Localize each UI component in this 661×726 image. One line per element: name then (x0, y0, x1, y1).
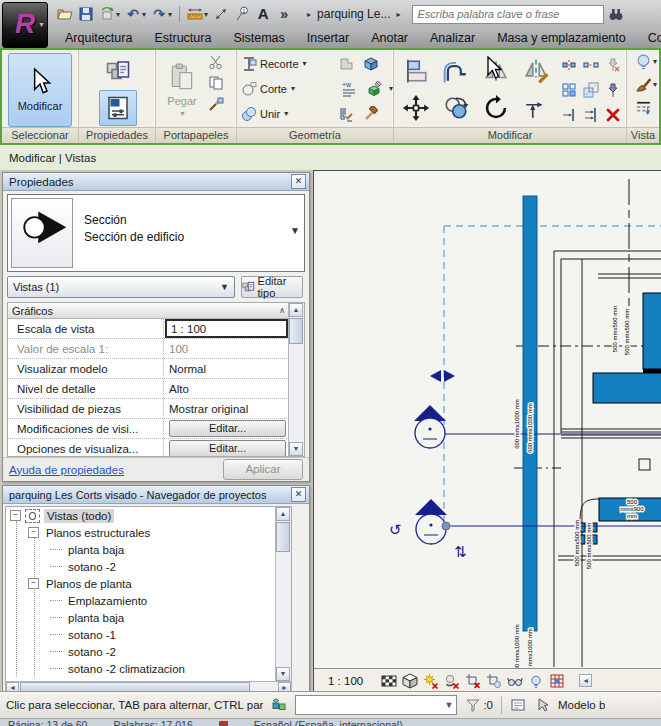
qat-scroll-left-icon[interactable]: ▸ (307, 10, 311, 19)
cope-button[interactable]: Recorte▾ (241, 56, 307, 72)
panel-label-propiedades[interactable]: Propiedades (79, 127, 155, 143)
press-drag-icon[interactable] (534, 697, 550, 713)
cut-icon[interactable] (208, 54, 224, 70)
tree-expander-icon[interactable]: − (28, 578, 39, 589)
duct-elements[interactable] (523, 196, 661, 631)
copy-icon[interactable] (208, 75, 224, 91)
apply-button[interactable]: Aplicar (223, 459, 303, 480)
property-row[interactable]: Valor de escala 1:100 (8, 339, 289, 359)
cycle-section-control-icon[interactable]: ⇅ (454, 543, 467, 560)
flip-section-control[interactable] (430, 370, 441, 382)
property-row[interactable]: Modificaciones de visi...Editar... (8, 419, 289, 439)
section-head[interactable] (414, 405, 446, 448)
tree-item[interactable]: sotano -1 (6, 626, 291, 643)
scroll-up-icon[interactable]: ▲ (276, 507, 290, 521)
ribbon-tab-2[interactable]: Sistemas (222, 29, 295, 47)
panel-label-geometria[interactable]: Geometría (237, 127, 393, 143)
more-button[interactable]: » (275, 5, 293, 23)
tree-item[interactable]: sotano -2 climatizacion (6, 660, 291, 677)
type-selector[interactable]: Sección Sección de edificio ▼ (7, 194, 305, 272)
cropx-button[interactable] (464, 672, 482, 690)
brush-button[interactable]: ▾ (635, 76, 657, 93)
tree-expander-icon[interactable]: − (10, 510, 21, 521)
caret-down-icon[interactable]: ▾ (116, 10, 120, 19)
property-row[interactable]: Visibilidad de piezasMostrar original (8, 399, 289, 419)
property-value[interactable]: 1 : 100 (164, 319, 289, 338)
caret-down-icon[interactable]: ▾ (291, 84, 295, 93)
caret-down-icon[interactable]: ▾ (142, 10, 146, 19)
ribbon-tab-1[interactable]: Estructura (143, 29, 222, 47)
property-row[interactable]: Visualizar modeloNormal (8, 359, 289, 379)
tree-item-label[interactable]: sotano -2 (65, 645, 119, 659)
graphics-section-header[interactable]: Gráficos ∧ (8, 303, 289, 319)
scroll-left-icon[interactable]: ◄ (579, 674, 592, 687)
type-selector-caret-icon[interactable]: ▼ (290, 225, 300, 236)
caret-down-icon[interactable]: ▾ (204, 10, 208, 19)
hiddenlines-button[interactable] (635, 99, 657, 116)
array-button[interactable] (558, 77, 580, 102)
view-scale-control[interactable]: 1 : 100 (328, 675, 363, 687)
shadowx-button[interactable] (443, 672, 461, 690)
type-properties-button[interactable] (99, 54, 137, 88)
canvas-hscrollbar[interactable]: ◄ (579, 674, 592, 687)
browser-scrollbar[interactable]: ▲ ▼ (275, 507, 291, 681)
sunx-button[interactable] (422, 672, 440, 690)
text-button[interactable]: A (254, 5, 272, 23)
mallet-button[interactable] (360, 103, 382, 125)
tree-item[interactable]: planta baja (6, 609, 291, 626)
tree-item[interactable]: −Vistas (todo) (6, 507, 291, 524)
worksets-icon[interactable] (271, 697, 287, 713)
property-row[interactable]: Escala de vista1 : 100 (8, 319, 289, 339)
glasses-button[interactable] (506, 672, 524, 690)
tree-item[interactable]: sotano -2 (6, 558, 291, 575)
ribbon-tab-5[interactable]: Analizar (419, 29, 486, 47)
filter-icon[interactable] (465, 697, 481, 713)
scroll-down-icon[interactable]: ▼ (289, 442, 303, 456)
tag-button[interactable]: 1 (233, 5, 251, 23)
application-menu-button[interactable]: R ▼ (2, 2, 48, 48)
tree-item-label[interactable]: Vistas (todo) (44, 509, 114, 523)
pin-button[interactable] (602, 77, 624, 102)
trimmulti-button[interactable] (580, 102, 602, 127)
rotate-button[interactable] (476, 89, 516, 126)
tree-item-label[interactable]: sotano -2 (65, 560, 119, 574)
split-button[interactable] (558, 52, 580, 77)
workset-combo[interactable]: ▼ (295, 695, 457, 715)
unpin-button[interactable] (602, 52, 624, 77)
move-button[interactable] (396, 89, 436, 126)
edit-type-button[interactable]: Editar tipo (241, 276, 303, 298)
bulb-button[interactable]: ▾ (635, 53, 657, 70)
modify-tool-button[interactable]: Modificar (8, 53, 72, 127)
delete-button[interactable] (602, 102, 624, 127)
edit-button[interactable]: Editar... (169, 420, 286, 437)
undo-button[interactable]: ↶▾ (124, 5, 147, 23)
tree-item[interactable]: −Planos estructurales (6, 524, 291, 541)
editable-only-icon[interactable] (510, 697, 526, 713)
offset-button[interactable] (436, 52, 476, 89)
wsdisplay-button[interactable] (548, 672, 566, 690)
unir-button[interactable]: Unir▾ (241, 106, 288, 122)
property-value[interactable]: Alto (164, 379, 289, 398)
tree-item-label[interactable]: sotano -2 climatizacion (65, 662, 188, 676)
layers-button[interactable] (335, 103, 357, 125)
section-head[interactable] (415, 499, 447, 544)
paintcube-button[interactable] (360, 53, 382, 75)
align-button[interactable] (396, 52, 436, 89)
tree-item-label[interactable]: Emplazamiento (65, 594, 150, 608)
duct-segment[interactable] (643, 293, 661, 369)
splitgap-button[interactable] (580, 52, 602, 77)
sync-button[interactable]: ▾ (98, 5, 121, 23)
property-value[interactable]: Normal (164, 359, 289, 378)
properties-close-icon[interactable]: ✕ (291, 174, 306, 189)
caret-down-icon[interactable]: ▾ (284, 109, 288, 118)
panel-label-portapapeles[interactable]: Portapapeles (156, 127, 236, 143)
tree-item-label[interactable]: planta baja (65, 543, 127, 557)
scrollbar-thumb[interactable] (289, 318, 303, 344)
ribbon-tab-7[interactable]: Colaborar (637, 29, 661, 47)
demolish-button[interactable] (363, 78, 385, 100)
mirrordraw-button[interactable] (516, 52, 556, 89)
qat-scroll-right-icon[interactable]: ▸ (396, 10, 400, 19)
corte-button[interactable]: Corte▾ (241, 81, 295, 97)
panel-label-vista[interactable]: Vista (627, 127, 659, 143)
drag-grip[interactable] (442, 522, 450, 530)
